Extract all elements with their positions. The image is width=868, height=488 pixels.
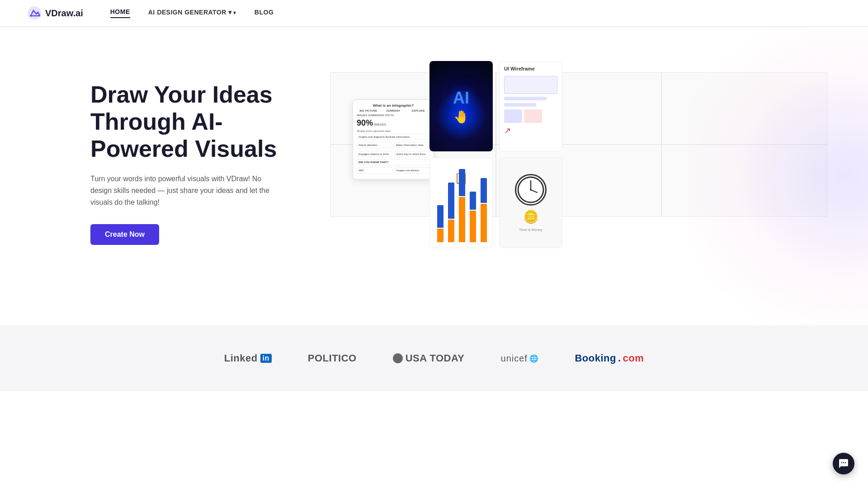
infographic-section-3: Make information clear. bbox=[394, 142, 430, 148]
wireframe-visual-image: UI Wireframe ↗ bbox=[499, 61, 562, 151]
nav-home[interactable]: HOME bbox=[110, 8, 130, 18]
brand-politico: POLITICO bbox=[308, 352, 357, 364]
infographic-stat-label: IMAGES bbox=[374, 123, 386, 126]
coins-stack-icon: 🪙 bbox=[523, 209, 539, 224]
infographic-header: What is an Infographic? bbox=[357, 103, 430, 108]
brand-usa-today: USA TODAY bbox=[393, 352, 465, 364]
bar-8 bbox=[470, 211, 476, 242]
wire-box-1 bbox=[504, 76, 557, 94]
navbar: VDraw.ai HOME AI DESIGN GENERATOR ▾ BLOG bbox=[0, 0, 868, 27]
clock-caption: Time & Money bbox=[519, 228, 542, 232]
bar-5 bbox=[459, 169, 465, 196]
infographic-section-abc: ABC bbox=[357, 167, 392, 174]
svg-point-5 bbox=[530, 189, 532, 191]
nav-ai-design[interactable]: AI DESIGN GENERATOR ▾ bbox=[148, 9, 236, 18]
infographic-section-img: Images use photos. bbox=[394, 167, 430, 174]
brand-unicef: unicef 🌐 bbox=[501, 353, 539, 364]
logo-text: VDraw.ai bbox=[45, 8, 83, 19]
nav-blog[interactable]: BLOG bbox=[255, 9, 274, 18]
wire-box-3 bbox=[524, 109, 542, 123]
hero-left: Draw Your Ideas Through AI-Powered Visua… bbox=[90, 63, 316, 245]
linkedin-in-box: in bbox=[260, 354, 272, 363]
svg-point-1 bbox=[30, 15, 32, 17]
brand-booking: Booking . com bbox=[575, 352, 644, 364]
clock-face bbox=[515, 174, 547, 206]
linkedin-text: Linked bbox=[224, 352, 258, 364]
wire-line-2 bbox=[504, 103, 536, 107]
logo-icon bbox=[27, 6, 42, 20]
svg-point-0 bbox=[28, 6, 41, 20]
infographic-did-you-know: DID YOU KNOW THAT? bbox=[357, 159, 430, 165]
infographic-stat: 90% bbox=[357, 118, 373, 128]
infographic-card: What is an Infographic? BIG PICTURE SUMM… bbox=[353, 99, 434, 179]
clock-visual-image: 🪙 Time & Money bbox=[499, 158, 562, 248]
politico-text: POLITICO bbox=[308, 352, 357, 364]
create-now-button[interactable]: Create Now bbox=[90, 224, 159, 245]
wire-line-1 bbox=[504, 97, 547, 100]
booking-com: com bbox=[623, 352, 644, 364]
infographic-section-4: Engages viewers to think. bbox=[357, 151, 392, 157]
infographic-section-2: Attach attention. bbox=[357, 142, 392, 148]
booking-dot: . bbox=[618, 352, 621, 364]
chart-bars bbox=[435, 188, 487, 242]
unicef-text: unicef bbox=[501, 353, 528, 364]
infographic-section-5: Quick way to share facts. bbox=[394, 151, 430, 157]
unicef-globe-icon: 🌐 bbox=[529, 354, 539, 363]
grid-cell-3 bbox=[661, 72, 827, 145]
brands-section: Linked in POLITICO USA TODAY unicef 🌐 Bo… bbox=[0, 325, 868, 391]
usa-today-circle bbox=[393, 353, 403, 363]
ai-visual-image: AI 🤚 bbox=[429, 61, 493, 151]
bar-2 bbox=[437, 229, 443, 242]
bar-9 bbox=[481, 178, 487, 203]
bar-4 bbox=[448, 220, 454, 242]
ai-letters: AI bbox=[453, 89, 469, 108]
infographic-images-label: IMAGES SUMMARIZE FACTS bbox=[357, 114, 394, 117]
hero-subtitle: Turn your words into powerful visuals wi… bbox=[90, 173, 280, 208]
infographic-section-1: Graphs and diagrams illustrate informati… bbox=[357, 134, 430, 140]
brand-linkedin: Linked in bbox=[224, 352, 272, 364]
bar-6 bbox=[459, 197, 465, 242]
nav-links: HOME AI DESIGN GENERATOR ▾ BLOG bbox=[110, 8, 274, 18]
infographic-col-2: SUMMARY bbox=[382, 109, 405, 112]
hero-title: Draw Your Ideas Through AI-Powered Visua… bbox=[90, 81, 316, 162]
infographic-col-1: BIG PICTURE bbox=[357, 109, 380, 112]
bar-7 bbox=[470, 192, 476, 210]
logo-link[interactable]: VDraw.ai bbox=[27, 6, 83, 20]
wire-box-2 bbox=[504, 109, 522, 123]
grid-cell-6 bbox=[661, 145, 827, 217]
bar-1 bbox=[437, 205, 443, 228]
wire-arrow-icon: ↗ bbox=[504, 126, 557, 136]
infographic-stat-desc: Simple icons represent data. bbox=[357, 130, 430, 132]
booking-text: Booking bbox=[575, 352, 616, 364]
ai-hand-icon: 🤚 bbox=[453, 109, 469, 124]
usa-today-text: USA TODAY bbox=[406, 352, 465, 364]
hero-images-grid: AI 🤚 UI Wireframe ↗ 📋 bbox=[429, 61, 562, 248]
bar-10 bbox=[481, 204, 487, 242]
wireframe-label: UI Wireframe bbox=[504, 66, 557, 71]
chart-visual-image: 📋 bbox=[429, 158, 493, 248]
bar-3 bbox=[448, 183, 454, 219]
hero-section: Draw Your Ideas Through AI-Powered Visua… bbox=[0, 27, 868, 325]
infographic-col-3: EXPLORE bbox=[407, 109, 430, 112]
